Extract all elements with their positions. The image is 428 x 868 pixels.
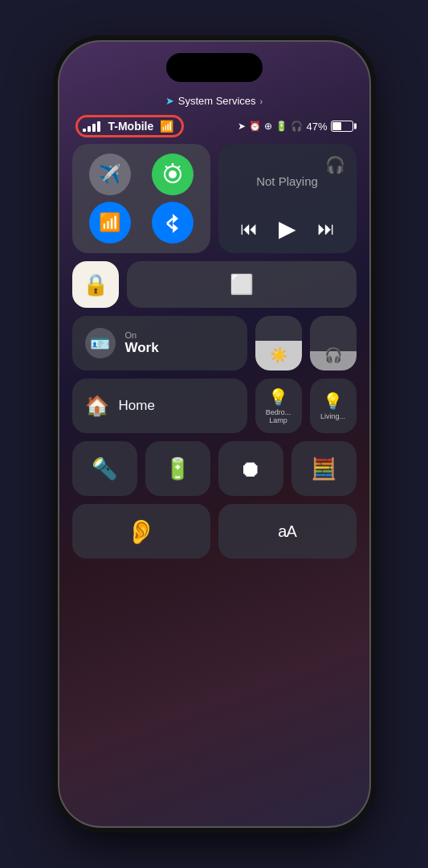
bedroom-lamp-icon: 💡 bbox=[268, 387, 288, 407]
living-lamp-label: Living... bbox=[320, 412, 345, 420]
home-lamps-row: 🏠 Home 💡 Bedro...Lamp 💡 Living... bbox=[72, 379, 357, 433]
rewind-button[interactable]: ⏮ bbox=[240, 219, 258, 240]
now-playing-header: 🎧 bbox=[230, 155, 345, 174]
id-card-icon: 🪪 bbox=[90, 334, 110, 353]
dynamic-island bbox=[166, 53, 263, 82]
home-label: Home bbox=[119, 398, 155, 414]
calculator-icon: 🧮 bbox=[311, 457, 336, 481]
flashlight-tile[interactable]: 🔦 bbox=[72, 441, 137, 496]
wifi-icon-sm: 📶 bbox=[160, 120, 173, 133]
bedroom-lamp-label: Bedro...Lamp bbox=[266, 408, 291, 424]
record-icon: ⏺ bbox=[239, 456, 262, 482]
volume-slider[interactable]: 🎧 bbox=[310, 316, 357, 371]
lock-mirror-row: 🔒 ⬜ bbox=[72, 261, 357, 308]
battery-fill bbox=[332, 122, 341, 130]
connectivity-tile: ✈️ 📶 bbox=[72, 144, 210, 253]
battery-body bbox=[331, 121, 353, 132]
airplane-mode-button[interactable]: ✈️ bbox=[89, 154, 131, 195]
screen-lock-icon: 🔒 bbox=[83, 272, 108, 297]
battery-cap bbox=[354, 124, 357, 129]
bluetooth-button[interactable] bbox=[152, 202, 194, 244]
carrier-bar: T-Mobile 📶 ➤ ⏰ ⊕ 🔋 🎧 47% bbox=[72, 113, 357, 144]
battery-pct: 47% bbox=[306, 121, 327, 133]
focus-text: On Work bbox=[125, 330, 159, 356]
headphones-icon: 🎧 bbox=[291, 121, 303, 132]
svg-line-4 bbox=[165, 166, 168, 169]
calculator-tile[interactable]: 🧮 bbox=[291, 441, 357, 496]
status-bar: ➤ System Services › bbox=[72, 92, 357, 113]
cellular-button[interactable] bbox=[152, 154, 194, 195]
screen-mirror-icon: ⬜ bbox=[230, 273, 254, 296]
screen-lock-tile[interactable]: 🔒 bbox=[72, 261, 119, 308]
volume-icon: 🎧 bbox=[324, 346, 342, 364]
home-tile[interactable]: 🏠 Home bbox=[72, 379, 247, 433]
signal-bar-1 bbox=[83, 129, 86, 132]
focus-sublabel: On bbox=[125, 330, 159, 340]
system-services[interactable]: ➤ System Services › bbox=[165, 95, 263, 107]
focus-name: Work bbox=[125, 340, 159, 356]
screen-mirror-tile[interactable]: ⬜ bbox=[127, 261, 357, 308]
text-size-icon: aA bbox=[278, 522, 296, 541]
wifi-button[interactable]: 📶 bbox=[89, 202, 131, 244]
brightness-icon: ☀️ bbox=[270, 346, 287, 364]
alarm-icon: ⏰ bbox=[249, 121, 261, 132]
play-button[interactable]: ▶ bbox=[279, 215, 296, 242]
status-icons: ➤ ⏰ ⊕ 🔋 🎧 47% bbox=[238, 121, 353, 133]
text-size-tile[interactable]: aA bbox=[218, 504, 357, 559]
living-lamp-tile[interactable]: 💡 Living... bbox=[310, 379, 357, 433]
bedroom-lamp-tile[interactable]: 💡 Bedro...Lamp bbox=[255, 379, 302, 433]
flashlight-icon: 🔦 bbox=[92, 457, 117, 481]
airpods-icon: 🎧 bbox=[325, 155, 345, 174]
ear-icon: 👂 bbox=[126, 518, 156, 546]
phone-content: ➤ System Services › T-Mobile 📶 ➤ ⏰ ⊕ bbox=[59, 42, 369, 826]
battery-widget-icon: 🔋 bbox=[165, 457, 190, 481]
phone-frame: ➤ System Services › T-Mobile 📶 ➤ ⏰ ⊕ bbox=[58, 40, 371, 828]
focus-tile[interactable]: 🪪 On Work bbox=[72, 316, 247, 371]
fast-forward-button[interactable]: ⏭ bbox=[317, 219, 335, 240]
top-section: ✈️ 📶 bbox=[72, 144, 357, 253]
bottom-row: 👂 aA bbox=[72, 504, 357, 559]
living-lamp-icon: 💡 bbox=[323, 391, 343, 411]
focus-sliders-row: 🪪 On Work ☀️ 🎧 bbox=[72, 316, 357, 371]
system-services-label: System Services bbox=[178, 95, 256, 107]
utilities-row: 🔦 🔋 ⏺ 🧮 bbox=[72, 441, 357, 496]
brightness-slider[interactable]: ☀️ bbox=[255, 316, 302, 371]
carrier-info: T-Mobile 📶 bbox=[75, 115, 185, 137]
carrier-name: T-Mobile bbox=[108, 120, 154, 133]
svg-line-6 bbox=[167, 223, 173, 228]
location-status-icon: ➤ bbox=[238, 121, 246, 132]
signal-bar-3 bbox=[92, 124, 96, 132]
focus-icon: 🪪 bbox=[85, 328, 116, 358]
location-icon: ➤ bbox=[165, 95, 174, 107]
screen-time-icon: ⊕ bbox=[264, 121, 272, 132]
battery-icon: 🔋 bbox=[275, 121, 287, 132]
home-icon: 🏠 bbox=[85, 395, 109, 417]
signal-bars bbox=[83, 121, 100, 132]
hearing-tile[interactable]: 👂 bbox=[72, 504, 210, 559]
now-playing-status: Not Playing bbox=[230, 174, 345, 209]
now-playing-tile: 🎧 Not Playing ⏮ ▶ ⏭ bbox=[218, 144, 357, 253]
signal-bar-4 bbox=[97, 121, 100, 132]
svg-line-3 bbox=[177, 166, 180, 169]
svg-point-1 bbox=[169, 170, 177, 178]
screen-record-tile[interactable]: ⏺ bbox=[218, 441, 283, 496]
signal-bar-2 bbox=[88, 126, 91, 132]
now-playing-controls: ⏮ ▶ ⏭ bbox=[230, 215, 345, 242]
chevron-right-icon: › bbox=[260, 96, 263, 106]
battery-widget-tile[interactable]: 🔋 bbox=[145, 441, 210, 496]
svg-line-5 bbox=[167, 219, 173, 223]
